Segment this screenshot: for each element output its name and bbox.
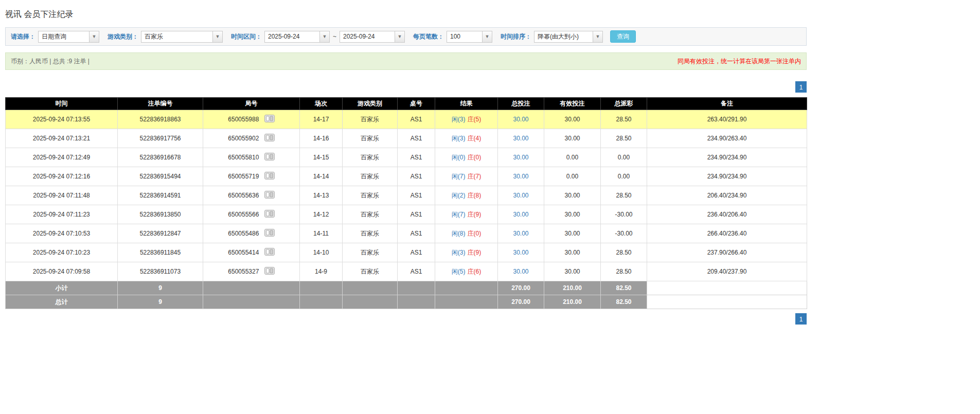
cell-time: 2025-09-24 07:13:55 [6,110,118,129]
total-bet-link[interactable]: 30.00 [513,116,528,123]
cell-table-no: AS1 [398,186,435,205]
cell-session: 14-9 [300,262,343,281]
cell-total-bet: 30.00 [498,224,544,243]
result-banker: 庄(6) [468,268,482,275]
round-number: 650055902 [228,135,259,142]
header-note: 备注 [647,98,807,110]
cell-note: 234.90/263.40 [647,129,807,148]
round-number: 650055988 [228,116,259,123]
search-button[interactable]: 查询 [610,30,636,43]
total-bet-link[interactable]: 30.00 [513,211,528,218]
total-note [647,295,807,309]
cell-time: 2025-09-24 07:09:58 [6,262,118,281]
game-type-input[interactable] [141,31,213,43]
cell-table-no: AS1 [398,262,435,281]
round-number: 650055810 [228,154,259,161]
subtotal-empty [300,281,343,295]
table-header: 时间 注单编号 局号 场次 游戏类别 桌号 结果 总投注 有效投注 总派彩 备注 [6,98,807,110]
subtotal-row: 小计 9 270.00 210.00 82.50 [6,281,807,295]
chevron-down-icon[interactable]: ▼ [319,31,330,43]
info-bar: 币别：人民币 | 总共 :9 注单 | 同局有效投注，统一计算在该局第一张注单内 [5,52,807,70]
result-banker: 庄(8) [468,192,482,199]
table-row: 2025-09-24 07:09:58 522836911073 6500553… [6,262,807,281]
cell-session: 14-10 [300,243,343,262]
cell-note: 266.40/236.40 [647,224,807,243]
cell-result: 闲(3)庄(9) [435,243,498,262]
result-banker: 庄(0) [468,230,482,237]
table-row: 2025-09-24 07:12:16 522836915494 6500557… [6,167,807,186]
pagination-top: 1 [5,81,807,93]
cell-total-bet: 30.00 [498,129,544,148]
cell-note: 237.90/266.40 [647,243,807,262]
cell-valid-bet: 30.00 [544,186,601,205]
cell-total-bet: 30.00 [498,110,544,129]
video-replay-icon[interactable] [264,229,275,238]
cell-game-type: 百家乐 [343,110,398,129]
chevron-down-icon[interactable]: ▼ [395,31,405,43]
total-bet-link[interactable]: 30.00 [513,230,528,237]
subtotal-total-bet: 270.00 [498,281,544,295]
cell-result: 闲(5)庄(6) [435,262,498,281]
video-replay-icon[interactable] [264,248,275,257]
total-bet-link[interactable]: 30.00 [513,249,528,256]
result-banker: 庄(7) [468,173,482,180]
total-bet-link[interactable]: 30.00 [513,268,528,275]
cell-time: 2025-09-24 07:12:49 [6,148,118,167]
video-replay-icon[interactable] [264,191,275,200]
cell-game-type: 百家乐 [343,186,398,205]
subtotal-payout: 82.50 [601,281,647,295]
sort-order-input[interactable] [534,31,593,43]
round-number: 650055327 [228,268,259,275]
round-number: 650055486 [228,230,259,237]
video-replay-icon[interactable] [264,153,275,162]
chevron-down-icon[interactable]: ▼ [482,31,492,43]
select-type-input[interactable] [38,31,90,43]
total-bet-link[interactable]: 30.00 [513,173,528,180]
total-bet-link[interactable]: 30.00 [513,154,528,161]
total-empty [343,295,398,309]
total-bet-link[interactable]: 30.00 [513,135,528,142]
video-replay-icon[interactable] [264,172,275,181]
total-bet-link[interactable]: 30.00 [513,192,528,199]
page-button-1[interactable]: 1 [795,313,807,325]
cell-session: 14-13 [300,186,343,205]
cell-round: 650055719 [203,167,300,186]
header-result: 结果 [435,98,498,110]
page-size-label: 每页笔数： [413,32,444,41]
cell-payout: 28.50 [601,262,647,281]
video-replay-icon[interactable] [264,134,275,143]
table-body: 2025-09-24 07:13:55 522836918863 6500559… [6,110,807,281]
sort-order-label: 时间排序： [501,32,531,41]
table-row: 2025-09-24 07:13:21 522836917756 6500559… [6,129,807,148]
bet-records-table: 时间 注单编号 局号 场次 游戏类别 桌号 结果 总投注 有效投注 总派彩 备注… [5,97,807,309]
total-empty [300,295,343,309]
cell-note: 206.40/234.90 [647,186,807,205]
result-player: 闲(3) [452,135,466,142]
result-banker: 庄(5) [468,116,482,123]
cell-game-type: 百家乐 [343,129,398,148]
page-button-1[interactable]: 1 [795,81,807,93]
cell-payout: 28.50 [601,243,647,262]
date-to-input[interactable] [340,31,395,43]
header-payout: 总派彩 [601,98,647,110]
round-number: 650055414 [228,249,259,256]
cell-result: 闲(3)庄(4) [435,129,498,148]
page-size-input[interactable] [447,31,483,43]
cell-total-bet: 30.00 [498,262,544,281]
cell-result: 闲(2)庄(8) [435,186,498,205]
cell-total-bet: 30.00 [498,167,544,186]
cell-time: 2025-09-24 07:11:48 [6,186,118,205]
time-range-label: 时间区间： [231,32,262,41]
video-replay-icon[interactable] [264,210,275,219]
date-from-input[interactable] [264,31,320,43]
cell-time: 2025-09-24 07:10:23 [6,243,118,262]
cell-session: 14-11 [300,224,343,243]
chevron-down-icon[interactable]: ▼ [212,31,223,43]
video-replay-icon[interactable] [264,115,275,124]
video-replay-icon[interactable] [264,267,275,276]
chevron-down-icon[interactable]: ▼ [593,31,603,43]
header-bet-id: 注单编号 [118,98,203,110]
header-total-bet: 总投注 [498,98,544,110]
cell-game-type: 百家乐 [343,243,398,262]
chevron-down-icon[interactable]: ▼ [89,31,99,43]
